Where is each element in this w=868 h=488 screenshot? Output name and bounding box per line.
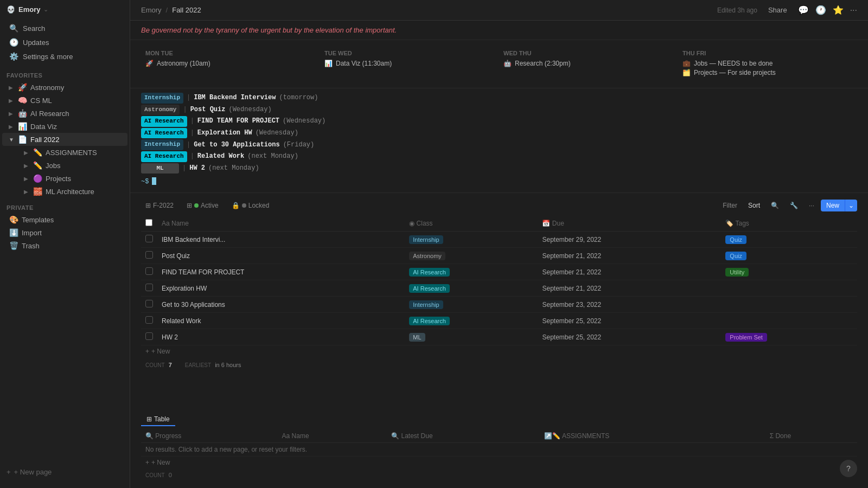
arrow-icon: ▶ bbox=[24, 176, 29, 182]
todo-date: (tomorrow) bbox=[279, 93, 318, 103]
row-checkbox[interactable] bbox=[145, 284, 153, 291]
db2-section: ⊞ Table 🔍 Progress Aa Name bbox=[130, 409, 868, 488]
col2-name: Aa Name bbox=[278, 429, 387, 443]
table-icon: ⊞ bbox=[187, 202, 192, 209]
db1-tab-active[interactable]: ⊞ Active bbox=[182, 200, 223, 211]
more-icon[interactable]: ··· bbox=[850, 5, 857, 15]
options1-button[interactable]: 🔧 bbox=[786, 200, 802, 211]
sidebar-item-ml-arch[interactable]: ▶ 🧱 ML Architecture bbox=[17, 185, 127, 198]
db2-table: 🔍 Progress Aa Name 🔍 Latest Due ↗️✏️ bbox=[141, 429, 857, 457]
cal-day-header: Wed Thu bbox=[503, 50, 674, 56]
cursor-icon bbox=[152, 177, 156, 185]
star-icon[interactable]: ⭐ bbox=[833, 5, 844, 15]
new-page-button[interactable]: + + New page bbox=[0, 465, 130, 479]
todo-separator: | bbox=[187, 140, 190, 150]
sidebar-item-ai-research[interactable]: ▶ 🤖 AI Research bbox=[2, 107, 127, 120]
row-checkbox[interactable] bbox=[145, 300, 153, 307]
sidebar-item-templates[interactable]: 🎨 Templates bbox=[2, 213, 127, 226]
event-emoji: 💼 bbox=[682, 60, 691, 67]
cell-name: Get to 30 Applications bbox=[157, 297, 405, 313]
no-results-text: No results. Click to add a new page, or … bbox=[141, 443, 857, 457]
db1-add-new[interactable]: + + New bbox=[141, 345, 857, 357]
sidebar-item-astronomy[interactable]: ▶ 🚀 Astronomy bbox=[2, 81, 127, 94]
new-button[interactable]: New bbox=[821, 200, 845, 211]
sort-button[interactable]: Sort bbox=[744, 200, 764, 211]
filter-button[interactable]: Filter bbox=[718, 200, 742, 211]
workspace-header[interactable]: 💀 Emory ⌄ bbox=[0, 0, 130, 19]
search-button[interactable]: 🔍 bbox=[767, 200, 783, 211]
todo-item: Internship | Get to 30 Applications (Fri… bbox=[141, 139, 857, 150]
todo-item: AI Research | Exploration HW (Wednesday) bbox=[141, 128, 857, 139]
nav-settings-label: Settings & more bbox=[23, 53, 73, 61]
row-checkbox[interactable] bbox=[145, 267, 153, 275]
cell-due: September 21, 2022 bbox=[538, 264, 721, 280]
row-checkbox[interactable] bbox=[145, 235, 153, 242]
jobs-icon: ✏️ bbox=[33, 161, 42, 170]
sidebar-item-trash[interactable]: 🗑️ Trash bbox=[2, 239, 127, 252]
cell-tag: Problem Set bbox=[721, 329, 857, 345]
sidebar-item-label: ASSIGNMENTS bbox=[46, 149, 97, 157]
count2-value: 0 bbox=[169, 472, 172, 478]
nav-search[interactable]: 🔍 Search bbox=[2, 21, 127, 35]
table-row[interactable]: Exploration HW AI Research September 21,… bbox=[141, 280, 857, 297]
sidebar-item-label: Data Viz bbox=[30, 123, 57, 131]
select-all-checkbox[interactable] bbox=[145, 219, 152, 226]
sidebar-item-jobs[interactable]: ▶ ✏️ Jobs bbox=[17, 159, 127, 172]
cell-tag: Quiz bbox=[721, 248, 857, 264]
db1-tab-f2022[interactable]: ⊞ F-2022 bbox=[141, 200, 178, 211]
db2-tab-table[interactable]: ⊞ Table bbox=[141, 413, 175, 426]
todo-title: HW 2 bbox=[189, 163, 205, 174]
row-checkbox[interactable] bbox=[145, 251, 153, 259]
topbar: Emory / Fall 2022 Edited 3h ago Share 💬 … bbox=[130, 0, 868, 21]
clock-icon[interactable]: 🕐 bbox=[815, 5, 826, 15]
share-button[interactable]: Share bbox=[764, 4, 792, 16]
count-value: 7 bbox=[169, 362, 172, 368]
templates-icon: 🎨 bbox=[9, 215, 18, 224]
sidebar-item-assignments[interactable]: ▶ ✏️ ASSIGNMENTS bbox=[17, 146, 127, 159]
tags-col-icon: 🏷️ bbox=[725, 220, 733, 227]
new-dropdown-arrow[interactable]: ⌄ bbox=[845, 200, 857, 211]
todo-tag: ML bbox=[141, 163, 179, 174]
table-row[interactable]: Post Quiz Astronomy September 21, 2022 Q… bbox=[141, 248, 857, 264]
help-button[interactable]: ? bbox=[840, 460, 857, 477]
sidebar-item-data-viz[interactable]: ▶ 📊 Data Viz bbox=[2, 120, 127, 133]
sidebar-item-cs-ml[interactable]: ▶ 🧠 CS ML bbox=[2, 94, 127, 107]
due-icon2: 🔍 bbox=[391, 432, 399, 440]
sidebar-item-projects[interactable]: ▶ 🟣 Projects bbox=[17, 172, 127, 185]
more-options-button[interactable]: ··· bbox=[805, 200, 819, 211]
table-row[interactable]: IBM Backend Intervi... Internship Septem… bbox=[141, 232, 857, 248]
todo-separator: | bbox=[187, 93, 190, 103]
nav-updates[interactable]: 🕐 Updates bbox=[2, 35, 127, 49]
todo-item: AI Research | FIND TEAM FOR PROJECT (Wed… bbox=[141, 116, 857, 127]
comment-icon[interactable]: 💬 bbox=[798, 5, 809, 15]
col2-latest-due: 🔍 Latest Due bbox=[387, 429, 540, 443]
sidebar-item-fall2022[interactable]: ▼ 📄 Fall 2022 bbox=[2, 133, 127, 146]
table-row[interactable]: FIND TEAM FOR PROJECT AI Research Septem… bbox=[141, 264, 857, 280]
table-row[interactable]: Get to 30 Applications Internship Septem… bbox=[141, 297, 857, 313]
todo-section: Internship | IBM Backend Interview (tomo… bbox=[130, 88, 868, 193]
todo-separator: | bbox=[190, 116, 194, 126]
arrow-icon: ▼ bbox=[9, 137, 14, 143]
nav-settings[interactable]: ⚙️ Settings & more bbox=[2, 49, 127, 63]
todo-item: Internship | IBM Backend Interview (tomo… bbox=[141, 93, 857, 104]
updates-icon: 🕐 bbox=[9, 38, 18, 47]
calendar-section: Mon Tue 🚀 Astronomy (10am) Tue Wed 📊 Dat… bbox=[130, 40, 868, 88]
earliest-label: EARLIEST bbox=[185, 362, 211, 368]
sidebar-item-import[interactable]: ⬇️ Import bbox=[2, 226, 127, 239]
add-new-label: + New bbox=[151, 348, 170, 355]
cal-day-0: Mon Tue 🚀 Astronomy (10am) bbox=[141, 46, 320, 82]
tab-label: Locked bbox=[248, 202, 270, 209]
arrow-icon: ▶ bbox=[24, 189, 29, 195]
row-checkbox[interactable] bbox=[145, 332, 153, 340]
db2-add-new[interactable]: + + New bbox=[141, 457, 857, 468]
breadcrumb-workspace: Emory bbox=[141, 6, 162, 14]
todo-title: Post Quiz bbox=[190, 105, 226, 115]
tab2-label: Table bbox=[154, 415, 170, 423]
row-checkbox[interactable] bbox=[145, 316, 153, 324]
plus-icon2: + bbox=[145, 459, 149, 466]
table-icon: ⊞ bbox=[145, 202, 151, 209]
sidebar-item-label: Projects bbox=[46, 175, 71, 183]
table-row[interactable]: Related Work AI Research September 25, 2… bbox=[141, 313, 857, 329]
table-row[interactable]: HW 2 ML September 25, 2022 Problem Set bbox=[141, 329, 857, 345]
db1-tab-locked[interactable]: 🔒 Locked bbox=[227, 200, 274, 211]
